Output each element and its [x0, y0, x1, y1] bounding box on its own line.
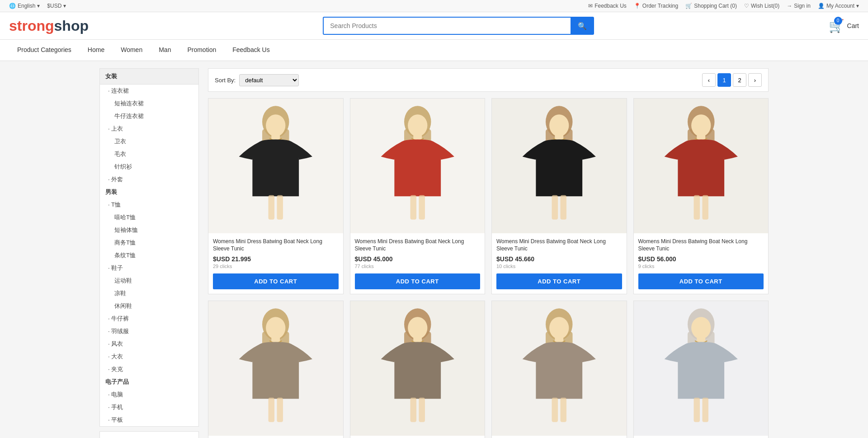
sidebar-item-19[interactable]: · 羽绒服 [100, 325, 198, 338]
sidebar-item-2[interactable]: 牛仔连衣裙 [100, 110, 198, 122]
sidebar-item-17[interactable]: 休闲鞋 [100, 300, 198, 312]
svg-point-14 [549, 114, 569, 137]
product-image-5[interactable] [350, 301, 485, 436]
add-to-cart-button-1[interactable]: ADD TO CART [355, 273, 481, 289]
nav-man[interactable]: Man [151, 40, 179, 61]
sidebar-item-22[interactable]: · 夹克 [100, 363, 198, 376]
sidebar-item-23[interactable]: 电子产品 [100, 376, 198, 388]
logo[interactable]: strongshop [9, 18, 89, 34]
nav-home[interactable]: Home [80, 40, 113, 61]
sidebar-item-0[interactable]: · 连衣裙 [100, 85, 198, 97]
product-card-6: Womens Mini Dress Batwing Boat Neck Long… [491, 301, 627, 438]
pagination-page-2[interactable]: 2 [733, 73, 746, 87]
sidebar-item-10[interactable]: 嘻哈T恤 [100, 211, 198, 224]
sidebar-item-18[interactable]: · 牛仔裤 [100, 312, 198, 325]
order-tracking-link[interactable]: 📍 Order Tracking [634, 3, 678, 9]
svg-rect-16 [552, 195, 558, 220]
nav-feedback[interactable]: Feedback Us [224, 40, 278, 61]
add-to-cart-button-0[interactable]: ADD TO CART [213, 273, 339, 289]
wish-list-label: Wish List(0) [751, 3, 779, 9]
shopping-cart-link[interactable]: 🛒 Shopping Cart (0) [685, 3, 737, 9]
sort-left: Sort By: defaultprice low to highprice h… [215, 74, 299, 86]
product-price-0: $USD 21.995 [213, 255, 339, 263]
sidebar-item-21[interactable]: · 大衣 [100, 350, 198, 363]
account-label: My Account [826, 3, 854, 9]
header: strongshop 🔍 🛒 0 Cart [0, 12, 868, 40]
sidebar-item-25[interactable]: · 手机 [100, 401, 198, 414]
svg-point-26 [266, 317, 285, 339]
sidebar-item-24[interactable]: · 电脑 [100, 388, 198, 401]
sidebar-item-7[interactable]: · 外套 [100, 173, 198, 186]
currency-label: $USD [47, 3, 61, 9]
sidebar-item-14[interactable]: · 鞋子 [100, 262, 198, 274]
language-selector[interactable]: 🌐 English ▾ [9, 3, 40, 9]
product-info-3: Womens Mini Dress Batwing Boat Neck Long… [634, 233, 769, 294]
sign-in-label: Sign in [794, 3, 811, 9]
currency-selector[interactable]: $USD ▾ [47, 3, 66, 9]
nav-product-categories[interactable]: Product Categories [9, 40, 80, 61]
product-card-4: Womens Mini Dress Batwing Boat Neck Long… [208, 301, 344, 438]
product-image-4[interactable] [208, 301, 343, 436]
svg-rect-4 [269, 195, 275, 220]
product-image-3[interactable] [634, 99, 769, 233]
pagination-page-1[interactable]: 1 [717, 73, 731, 87]
svg-point-8 [408, 114, 427, 137]
sidebar-item-20[interactable]: · 风衣 [100, 338, 198, 350]
sidebar-item-16[interactable]: 凉鞋 [100, 287, 198, 300]
sort-select[interactable]: defaultprice low to highprice high to lo… [239, 74, 299, 86]
add-to-cart-button-3[interactable]: ADD TO CART [638, 273, 764, 289]
cart-area[interactable]: 🛒 0 Cart [829, 19, 859, 33]
product-card-7: womens dress gray-xxl 22222 $USD 45.000 … [633, 301, 769, 438]
sidebar-item-8[interactable]: 男装 [100, 186, 198, 198]
svg-point-44 [691, 317, 711, 339]
sidebar-item-5[interactable]: 毛衣 [100, 148, 198, 160]
sidebar-item-6[interactable]: 针织衫 [100, 160, 198, 173]
product-image-2[interactable] [492, 99, 627, 233]
product-image-6[interactable] [492, 301, 627, 436]
product-card-2: Womens Mini Dress Batwing Boat Neck Long… [491, 98, 627, 294]
logo-strong: strong [9, 18, 54, 34]
product-clicks-3: 9 clicks [638, 264, 764, 269]
svg-point-20 [691, 114, 711, 137]
sidebar-item-4[interactable]: 卫衣 [100, 135, 198, 148]
sidebar-item-1[interactable]: 短袖连衣裙 [100, 97, 198, 110]
product-clicks-1: 77 clicks [355, 264, 481, 269]
sidebar-item-3[interactable]: · 上衣 [100, 122, 198, 135]
sidebar-item-11[interactable]: 短袖体恤 [100, 224, 198, 236]
product-image-7[interactable] [634, 301, 769, 436]
pagination-prev[interactable]: ‹ [702, 73, 716, 87]
sidebar-item-13[interactable]: 条纹T恤 [100, 249, 198, 262]
heart-icon: ♡ [744, 3, 749, 9]
product-title-1: Womens Mini Dress Batwing Boat Neck Long… [355, 238, 481, 253]
product-card-0: Womens Mini Dress Batwing Boat Neck Long… [208, 98, 344, 294]
account-menu[interactable]: 👤 My Account ▾ [818, 3, 859, 9]
feedback-link[interactable]: ✉ Feedback Us [588, 3, 627, 9]
svg-rect-11 [419, 195, 425, 220]
svg-point-2 [266, 114, 285, 137]
svg-rect-28 [269, 398, 275, 422]
add-to-cart-button-2[interactable]: ADD TO CART [496, 273, 622, 289]
product-image-1[interactable] [350, 99, 485, 233]
sidebar-item-26[interactable]: · 平板 [100, 414, 198, 426]
sign-in-link[interactable]: → Sign in [787, 3, 811, 9]
sidebar-item-15[interactable]: 运动鞋 [100, 274, 198, 287]
top-bar-right: ✉ Feedback Us 📍 Order Tracking 🛒 Shoppin… [588, 3, 859, 9]
nav-promotion[interactable]: Promotion [179, 40, 224, 61]
product-image-0[interactable] [208, 99, 343, 233]
nav-women[interactable]: Women [113, 40, 151, 61]
product-clicks-0: 29 clicks [213, 264, 339, 269]
language-label: English [18, 3, 35, 9]
svg-rect-46 [693, 398, 700, 422]
sidebar-item-9[interactable]: · T恤 [100, 198, 198, 211]
search-button[interactable]: 🔍 [571, 17, 594, 35]
pagination-next[interactable]: › [748, 73, 762, 87]
chevron-down-icon: ▾ [63, 3, 66, 9]
search-input[interactable] [323, 17, 571, 35]
product-info-0: Womens Mini Dress Batwing Boat Neck Long… [208, 233, 343, 294]
user-icon: 👤 [818, 3, 825, 9]
sidebar-item-12[interactable]: 商务T恤 [100, 236, 198, 249]
wish-list-link[interactable]: ♡ Wish List(0) [744, 3, 779, 9]
product-clicks-2: 10 clicks [496, 264, 622, 269]
pagination: ‹ 1 2 › [702, 73, 762, 87]
shopping-cart-label: Shopping Cart (0) [694, 3, 737, 9]
